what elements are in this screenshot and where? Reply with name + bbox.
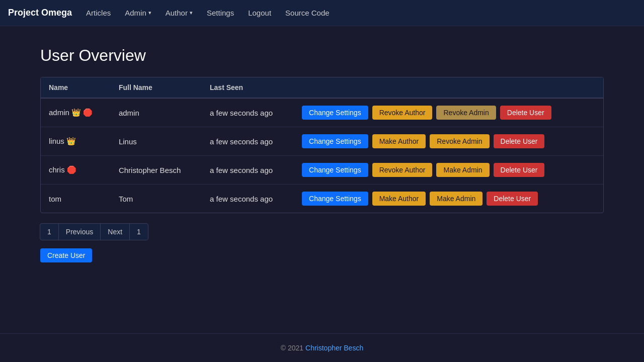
cell-lastseen: a few seconds ago xyxy=(202,156,294,185)
cell-actions: Change SettingsRevoke AuthorRevoke Admin… xyxy=(294,98,603,127)
cell-fullname: admin xyxy=(111,98,202,127)
btn-revoke-author[interactable]: Revoke Author xyxy=(372,163,433,177)
admin-dropdown-arrow: ▾ xyxy=(148,10,151,16)
cell-fullname: Linus xyxy=(111,127,202,156)
col-actions xyxy=(294,77,603,98)
cell-username: admin 👑 🛑 xyxy=(41,98,111,127)
create-user-section: Create User xyxy=(40,248,604,262)
col-last-seen: Last Seen xyxy=(202,77,294,98)
page-prev[interactable]: Previous xyxy=(58,223,101,240)
create-user-button[interactable]: Create User xyxy=(40,248,92,262)
table-row: admin 👑 🛑admina few seconds agoChange Se… xyxy=(41,98,603,127)
navbar: Project Omega Articles Admin ▾ Author ▾ … xyxy=(0,0,644,26)
page-first[interactable]: 1 xyxy=(40,223,59,240)
cell-lastseen: a few seconds ago xyxy=(202,127,294,156)
btn-delete-user[interactable]: Delete User xyxy=(487,192,538,206)
table-body: admin 👑 🛑admina few seconds agoChange Se… xyxy=(41,98,603,213)
cell-actions: Change SettingsMake AuthorRevoke AdminDe… xyxy=(294,127,603,156)
user-table: Name Full Name Last Seen admin 👑 🛑admina… xyxy=(41,77,603,213)
nav-link-logout[interactable]: Logout xyxy=(242,6,277,20)
user-table-container: Name Full Name Last Seen admin 👑 🛑admina… xyxy=(40,77,604,213)
btn-delete-user[interactable]: Delete User xyxy=(500,106,551,120)
author-dropdown-arrow: ▾ xyxy=(190,10,193,16)
nav-brand[interactable]: Project Omega xyxy=(8,8,72,18)
footer: © 2021 Christopher Besch xyxy=(0,333,644,362)
btn-revoke-admin[interactable]: Revoke Admin xyxy=(436,106,496,120)
btn-make-author[interactable]: Make Author xyxy=(372,134,426,148)
cell-lastseen: a few seconds ago xyxy=(202,185,294,213)
cell-username: tom xyxy=(41,185,111,213)
page-last[interactable]: 1 xyxy=(129,223,148,240)
nav-link-articles[interactable]: Articles xyxy=(80,6,117,20)
cell-actions: Change SettingsRevoke AuthorMake AdminDe… xyxy=(294,156,603,185)
nav-link-admin[interactable]: Admin ▾ xyxy=(119,6,157,20)
nav-link-settings[interactable]: Settings xyxy=(201,6,240,20)
footer-author-link[interactable]: Christopher Besch xyxy=(305,344,363,352)
btn-change-settings[interactable]: Change Settings xyxy=(302,192,368,206)
btn-make-author[interactable]: Make Author xyxy=(372,192,426,206)
action-buttons: Change SettingsMake AuthorMake AdminDele… xyxy=(302,192,595,206)
nav-links: Articles Admin ▾ Author ▾ Settings Logou… xyxy=(80,6,336,20)
btn-change-settings[interactable]: Change Settings xyxy=(302,163,368,177)
table-row: tomToma few seconds agoChange SettingsMa… xyxy=(41,185,603,213)
action-buttons: Change SettingsMake AuthorRevoke AdminDe… xyxy=(302,134,595,148)
page-next[interactable]: Next xyxy=(100,223,130,240)
cell-username: chris 🛑 xyxy=(41,156,111,185)
table-row: linus 👑Linusa few seconds agoChange Sett… xyxy=(41,127,603,156)
btn-make-admin[interactable]: Make Admin xyxy=(430,192,482,206)
nav-link-source-code[interactable]: Source Code xyxy=(279,6,336,20)
btn-change-settings[interactable]: Change Settings xyxy=(302,134,368,148)
btn-change-settings[interactable]: Change Settings xyxy=(302,106,368,120)
cell-fullname: Tom xyxy=(111,185,202,213)
pagination: 1 Previous Next 1 xyxy=(40,223,604,240)
table-header: Name Full Name Last Seen xyxy=(41,77,603,98)
cell-fullname: Christopher Besch xyxy=(111,156,202,185)
cell-lastseen: a few seconds ago xyxy=(202,98,294,127)
btn-revoke-admin[interactable]: Revoke Admin xyxy=(430,134,489,148)
nav-link-author[interactable]: Author ▾ xyxy=(159,6,199,20)
table-row: chris 🛑Christopher Bescha few seconds ag… xyxy=(41,156,603,185)
col-name: Name xyxy=(41,77,111,98)
main-content: User Overview Name Full Name Last Seen a… xyxy=(0,26,644,333)
page-title: User Overview xyxy=(40,46,604,65)
col-full-name: Full Name xyxy=(111,77,202,98)
action-buttons: Change SettingsRevoke AuthorRevoke Admin… xyxy=(302,106,595,120)
action-buttons: Change SettingsRevoke AuthorMake AdminDe… xyxy=(302,163,595,177)
cell-username: linus 👑 xyxy=(41,127,111,156)
btn-delete-user[interactable]: Delete User xyxy=(494,163,545,177)
footer-copyright: © 2021 xyxy=(281,344,303,352)
cell-actions: Change SettingsMake AuthorMake AdminDele… xyxy=(294,185,603,213)
btn-delete-user[interactable]: Delete User xyxy=(494,134,545,148)
btn-revoke-author[interactable]: Revoke Author xyxy=(372,106,433,120)
btn-make-admin[interactable]: Make Admin xyxy=(436,163,489,177)
